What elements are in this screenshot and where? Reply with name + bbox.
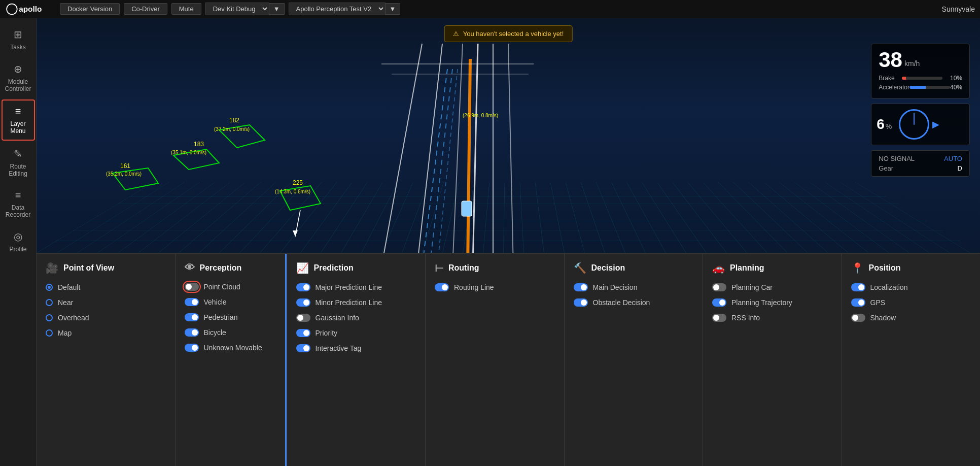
- sidebar-item-layer-menu[interactable]: ≡ LayerMenu: [2, 99, 35, 141]
- compass-panel: 6 % ▶: [871, 104, 970, 145]
- bottom-panel: 🎥 Point of View Default Near Overhead: [37, 253, 980, 466]
- main-decision-label: Main Decision: [593, 283, 638, 291]
- signal-label: NO SIGNAL: [879, 155, 915, 162]
- logo: apollo: [5, 3, 46, 15]
- acc-pct: 40%: [950, 84, 962, 91]
- top-bar: apollo Docker Version Co-Driver Mute Dev…: [0, 0, 980, 18]
- perception-dropdown-arrow[interactable]: ▼: [386, 3, 401, 15]
- decision-title: Decision: [591, 263, 625, 273]
- localization-label: Localization: [870, 283, 908, 291]
- mode-dropdown-group: Dev Kit Debug ▼: [205, 3, 285, 15]
- svg-point-0: [7, 4, 17, 14]
- gaussian-label: Gaussian Info: [316, 314, 359, 322]
- prediction-item-gaussian[interactable]: Gaussian Info: [296, 314, 416, 322]
- toggle-localization[interactable]: [851, 283, 865, 291]
- toggle-minor-prediction[interactable]: [296, 298, 310, 307]
- toggle-unknown-movable[interactable]: [185, 344, 199, 352]
- toggle-routing-line[interactable]: [435, 283, 449, 291]
- position-item-shadow[interactable]: Shadow: [851, 314, 971, 322]
- decision-item-main[interactable]: Main Decision: [574, 283, 694, 291]
- toggle-major-prediction[interactable]: [296, 283, 310, 291]
- toggle-priority[interactable]: [296, 329, 310, 337]
- sidebar-item-tasks[interactable]: ⊞ Tasks: [2, 23, 35, 56]
- toggle-planning-trajectory-thumb: [719, 299, 725, 306]
- planning-item-rss[interactable]: RSS Info: [712, 314, 832, 322]
- signal-row: NO SIGNAL AUTO: [879, 155, 962, 162]
- toggle-pedestrian[interactable]: [185, 313, 199, 321]
- routing-item-line[interactable]: Routing Line: [435, 283, 555, 291]
- prediction-item-interactive-tag[interactable]: Interactive Tag: [296, 344, 416, 352]
- compass-circle: [899, 109, 929, 140]
- perception-item-unknown-movable[interactable]: Unknown Movable: [185, 344, 277, 352]
- map-area[interactable]: 182 183 161 225 (37.2m, 0.0m/s) (35.1m, …: [37, 18, 980, 253]
- perception-header: 👁 Perception: [185, 262, 277, 274]
- compass-text: 6 %: [877, 116, 892, 132]
- perception-item-pedestrian[interactable]: Pedestrian: [185, 313, 277, 321]
- toggle-pedestrian-thumb: [192, 314, 198, 320]
- prediction-item-minor[interactable]: Minor Prediction Line: [296, 298, 416, 307]
- decision-item-obstacle[interactable]: Obstacle Decision: [574, 298, 694, 307]
- toggle-gps[interactable]: [851, 298, 865, 307]
- co-driver-button[interactable]: Co-Driver: [124, 3, 167, 15]
- toggle-main-decision[interactable]: [574, 283, 588, 291]
- gear-row: Gear D: [879, 164, 962, 172]
- toggle-interactive-tag[interactable]: [296, 344, 310, 352]
- top-right: Sunnyvale: [942, 5, 975, 13]
- mode-dropdown-arrow[interactable]: ▼: [269, 3, 285, 15]
- pov-item-overhead[interactable]: Overhead: [46, 314, 166, 322]
- toggle-planning-car[interactable]: [712, 283, 726, 291]
- speed-unit: km/h: [904, 59, 920, 68]
- toggle-shadow[interactable]: [851, 314, 865, 322]
- pov-overhead-label: Overhead: [58, 314, 89, 322]
- toggle-gaussian[interactable]: [296, 314, 310, 322]
- mode-select[interactable]: Dev Kit Debug: [205, 3, 269, 15]
- acc-fill: [909, 86, 926, 89]
- toggle-bicycle[interactable]: [185, 328, 199, 337]
- gear-value: D: [958, 164, 962, 172]
- mute-button[interactable]: Mute: [171, 3, 201, 15]
- radio-map[interactable]: [46, 329, 53, 337]
- toggle-point-cloud[interactable]: [185, 283, 199, 291]
- map-notification: ⚠ You haven't selected a vehicle yet!: [444, 25, 573, 42]
- perception-item-bicycle[interactable]: Bicycle: [185, 328, 277, 337]
- brake-bar: [902, 77, 942, 80]
- panel-section-prediction: 📈 Prediction Major Prediction Line Minor…: [287, 254, 426, 466]
- speed-main: 38 km/h: [879, 49, 962, 71]
- pov-near-label: Near: [58, 298, 73, 307]
- toggle-vehicle[interactable]: [185, 298, 199, 306]
- profile-label: Profile: [9, 246, 26, 253]
- planning-item-trajectory[interactable]: Planning Trajectory: [712, 298, 832, 307]
- sidebar-item-profile[interactable]: ◎ Profile: [2, 225, 35, 258]
- data-recorder-icon: ≡: [15, 189, 21, 201]
- radio-overhead[interactable]: [46, 314, 53, 321]
- toggle-obstacle-decision[interactable]: [574, 298, 588, 307]
- toggle-major-thumb: [303, 284, 309, 290]
- planning-item-car[interactable]: Planning Car: [712, 283, 832, 291]
- pov-item-map[interactable]: Map: [46, 329, 166, 337]
- layer-menu-label: LayerMenu: [10, 120, 25, 135]
- pov-item-default[interactable]: Default: [46, 283, 166, 291]
- sidebar-item-route-editing[interactable]: ✎ RouteEditing: [2, 143, 35, 182]
- acc-label: Accelerator: [879, 84, 909, 91]
- perception-item-point-cloud[interactable]: Point Cloud: [185, 283, 277, 291]
- sidebar-item-data-recorder[interactable]: ≡ DataRecorder: [2, 184, 35, 223]
- toggle-planning-trajectory[interactable]: [712, 298, 726, 307]
- toggle-rss-info[interactable]: [712, 314, 726, 322]
- unknown-movable-label: Unknown Movable: [204, 344, 262, 352]
- position-item-gps[interactable]: GPS: [851, 298, 971, 307]
- perception-select[interactable]: Apollo Perception Test V2: [289, 3, 386, 15]
- radio-near[interactable]: [46, 299, 53, 306]
- routing-header: ⊢ Routing: [435, 262, 555, 274]
- position-item-localization[interactable]: Localization: [851, 283, 971, 291]
- radio-default[interactable]: [46, 284, 53, 291]
- pov-item-near[interactable]: Near: [46, 298, 166, 307]
- toggle-obstacle-thumb: [581, 299, 587, 306]
- module-controller-label: ModuleController: [5, 78, 31, 92]
- prediction-item-priority[interactable]: Priority: [296, 329, 416, 337]
- toggle-planning-car-thumb: [713, 284, 719, 290]
- sidebar-item-module-controller[interactable]: ⊕ ModuleController: [2, 58, 35, 97]
- prediction-item-major[interactable]: Major Prediction Line: [296, 283, 416, 291]
- docker-version-button[interactable]: Docker Version: [60, 3, 120, 15]
- shadow-label: Shadow: [870, 314, 896, 322]
- perception-item-vehicle[interactable]: Vehicle: [185, 298, 277, 306]
